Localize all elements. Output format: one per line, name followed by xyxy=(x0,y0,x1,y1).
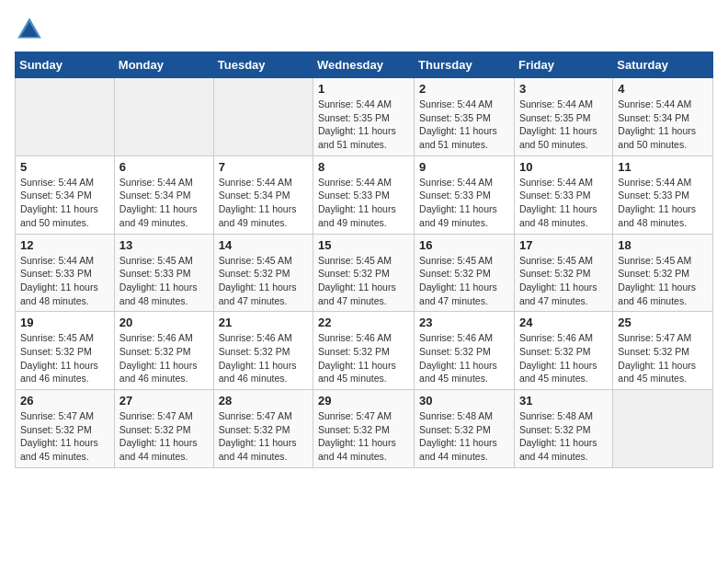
day-info: Sunrise: 5:44 AMSunset: 5:34 PMDaylight:… xyxy=(219,176,308,230)
day-number: 10 xyxy=(519,160,608,174)
calendar-cell: 17Sunrise: 5:45 AMSunset: 5:32 PMDayligh… xyxy=(514,234,612,312)
calendar-cell xyxy=(16,78,115,156)
day-info: Sunrise: 5:45 AMSunset: 5:33 PMDaylight:… xyxy=(119,254,209,308)
day-info: Sunrise: 5:44 AMSunset: 5:35 PMDaylight:… xyxy=(419,98,509,152)
calendar-cell: 2Sunrise: 5:44 AMSunset: 5:35 PMDaylight… xyxy=(415,78,515,156)
logo-icon xyxy=(15,15,44,44)
calendar-cell: 27Sunrise: 5:47 AMSunset: 5:32 PMDayligh… xyxy=(114,390,213,468)
day-number: 17 xyxy=(519,238,608,252)
day-number: 12 xyxy=(20,238,109,252)
day-info: Sunrise: 5:44 AMSunset: 5:34 PMDaylight:… xyxy=(119,176,209,230)
calendar-cell: 20Sunrise: 5:46 AMSunset: 5:32 PMDayligh… xyxy=(114,312,213,390)
calendar-cell: 24Sunrise: 5:46 AMSunset: 5:32 PMDayligh… xyxy=(514,312,612,390)
day-info: Sunrise: 5:46 AMSunset: 5:32 PMDaylight:… xyxy=(419,331,509,385)
day-info: Sunrise: 5:46 AMSunset: 5:32 PMDaylight:… xyxy=(119,331,209,385)
calendar-cell xyxy=(114,78,213,156)
calendar-cell xyxy=(213,78,313,156)
day-number: 26 xyxy=(20,394,109,408)
day-number: 29 xyxy=(318,394,409,408)
calendar-cell: 30Sunrise: 5:48 AMSunset: 5:32 PMDayligh… xyxy=(415,390,515,468)
day-info: Sunrise: 5:44 AMSunset: 5:35 PMDaylight:… xyxy=(318,98,409,152)
day-info: Sunrise: 5:47 AMSunset: 5:32 PMDaylight:… xyxy=(219,409,308,464)
day-number: 25 xyxy=(618,316,708,329)
weekday-header-saturday: Saturday xyxy=(613,52,713,78)
logo xyxy=(15,15,48,44)
day-number: 6 xyxy=(119,160,209,174)
day-info: Sunrise: 5:47 AMSunset: 5:32 PMDaylight:… xyxy=(618,331,708,385)
calendar-cell: 8Sunrise: 5:44 AMSunset: 5:33 PMDaylight… xyxy=(313,155,415,234)
calendar-cell: 26Sunrise: 5:47 AMSunset: 5:32 PMDayligh… xyxy=(16,390,115,468)
day-info: Sunrise: 5:45 AMSunset: 5:32 PMDaylight:… xyxy=(318,254,409,308)
calendar-table: SundayMondayTuesdayWednesdayThursdayFrid… xyxy=(15,52,713,468)
day-info: Sunrise: 5:45 AMSunset: 5:32 PMDaylight:… xyxy=(219,254,308,308)
day-number: 27 xyxy=(119,394,209,408)
weekday-header-row: SundayMondayTuesdayWednesdayThursdayFrid… xyxy=(16,52,713,78)
day-info: Sunrise: 5:45 AMSunset: 5:32 PMDaylight:… xyxy=(519,254,608,308)
day-number: 23 xyxy=(419,316,509,329)
calendar-cell: 4Sunrise: 5:44 AMSunset: 5:34 PMDaylight… xyxy=(613,78,713,156)
day-info: Sunrise: 5:44 AMSunset: 5:33 PMDaylight:… xyxy=(20,254,109,308)
weekday-header-tuesday: Tuesday xyxy=(213,52,313,78)
day-info: Sunrise: 5:46 AMSunset: 5:32 PMDaylight:… xyxy=(519,331,608,385)
weekday-header-friday: Friday xyxy=(514,52,612,78)
day-info: Sunrise: 5:45 AMSunset: 5:32 PMDaylight:… xyxy=(618,254,708,308)
calendar-cell: 13Sunrise: 5:45 AMSunset: 5:33 PMDayligh… xyxy=(114,234,213,312)
calendar-cell: 11Sunrise: 5:44 AMSunset: 5:33 PMDayligh… xyxy=(613,155,713,234)
day-number: 16 xyxy=(419,238,509,252)
calendar-cell: 14Sunrise: 5:45 AMSunset: 5:32 PMDayligh… xyxy=(213,234,313,312)
weekday-header-monday: Monday xyxy=(114,52,213,78)
calendar-cell: 12Sunrise: 5:44 AMSunset: 5:33 PMDayligh… xyxy=(16,234,115,312)
day-number: 31 xyxy=(519,394,608,408)
day-info: Sunrise: 5:45 AMSunset: 5:32 PMDaylight:… xyxy=(419,254,509,308)
day-number: 8 xyxy=(318,160,409,174)
calendar-cell: 29Sunrise: 5:47 AMSunset: 5:32 PMDayligh… xyxy=(313,390,415,468)
calendar-cell: 7Sunrise: 5:44 AMSunset: 5:34 PMDaylight… xyxy=(213,155,313,234)
day-info: Sunrise: 5:44 AMSunset: 5:33 PMDaylight:… xyxy=(618,176,708,230)
calendar-week-row: 26Sunrise: 5:47 AMSunset: 5:32 PMDayligh… xyxy=(16,390,713,468)
day-info: Sunrise: 5:44 AMSunset: 5:33 PMDaylight:… xyxy=(318,176,409,230)
day-number: 2 xyxy=(419,82,509,96)
day-number: 22 xyxy=(318,316,409,329)
day-number: 30 xyxy=(419,394,509,408)
calendar-cell: 22Sunrise: 5:46 AMSunset: 5:32 PMDayligh… xyxy=(313,312,415,390)
day-number: 7 xyxy=(219,160,308,174)
day-info: Sunrise: 5:44 AMSunset: 5:34 PMDaylight:… xyxy=(20,176,109,230)
day-number: 13 xyxy=(119,238,209,252)
calendar-week-row: 1Sunrise: 5:44 AMSunset: 5:35 PMDaylight… xyxy=(16,78,713,156)
calendar-week-row: 5Sunrise: 5:44 AMSunset: 5:34 PMDaylight… xyxy=(16,155,713,234)
day-number: 11 xyxy=(618,160,708,174)
day-number: 9 xyxy=(419,160,509,174)
calendar-cell: 31Sunrise: 5:48 AMSunset: 5:32 PMDayligh… xyxy=(514,390,612,468)
weekday-header-sunday: Sunday xyxy=(16,52,115,78)
day-info: Sunrise: 5:47 AMSunset: 5:32 PMDaylight:… xyxy=(20,409,109,464)
day-number: 24 xyxy=(519,316,608,329)
calendar-week-row: 12Sunrise: 5:44 AMSunset: 5:33 PMDayligh… xyxy=(16,234,713,312)
day-number: 19 xyxy=(20,316,109,329)
day-info: Sunrise: 5:44 AMSunset: 5:34 PMDaylight:… xyxy=(618,98,708,152)
page-header xyxy=(15,15,713,44)
day-info: Sunrise: 5:47 AMSunset: 5:32 PMDaylight:… xyxy=(318,409,409,464)
day-number: 3 xyxy=(519,82,608,96)
day-number: 14 xyxy=(219,238,308,252)
calendar-cell: 3Sunrise: 5:44 AMSunset: 5:35 PMDaylight… xyxy=(514,78,612,156)
calendar-cell: 1Sunrise: 5:44 AMSunset: 5:35 PMDaylight… xyxy=(313,78,415,156)
calendar-cell: 9Sunrise: 5:44 AMSunset: 5:33 PMDaylight… xyxy=(415,155,515,234)
day-number: 4 xyxy=(618,82,708,96)
day-info: Sunrise: 5:46 AMSunset: 5:32 PMDaylight:… xyxy=(318,331,409,385)
calendar-cell: 25Sunrise: 5:47 AMSunset: 5:32 PMDayligh… xyxy=(613,312,713,390)
day-info: Sunrise: 5:47 AMSunset: 5:32 PMDaylight:… xyxy=(119,409,209,464)
day-info: Sunrise: 5:48 AMSunset: 5:32 PMDaylight:… xyxy=(419,409,509,464)
calendar-cell: 15Sunrise: 5:45 AMSunset: 5:32 PMDayligh… xyxy=(313,234,415,312)
calendar-cell xyxy=(613,390,713,468)
day-info: Sunrise: 5:44 AMSunset: 5:35 PMDaylight:… xyxy=(519,98,608,152)
calendar-cell: 18Sunrise: 5:45 AMSunset: 5:32 PMDayligh… xyxy=(613,234,713,312)
weekday-header-wednesday: Wednesday xyxy=(313,52,415,78)
day-info: Sunrise: 5:45 AMSunset: 5:32 PMDaylight:… xyxy=(20,331,109,385)
calendar-cell: 5Sunrise: 5:44 AMSunset: 5:34 PMDaylight… xyxy=(16,155,115,234)
calendar-cell: 28Sunrise: 5:47 AMSunset: 5:32 PMDayligh… xyxy=(213,390,313,468)
day-number: 18 xyxy=(618,238,708,252)
day-number: 15 xyxy=(318,238,409,252)
day-number: 28 xyxy=(219,394,308,408)
calendar-week-row: 19Sunrise: 5:45 AMSunset: 5:32 PMDayligh… xyxy=(16,312,713,390)
calendar-cell: 6Sunrise: 5:44 AMSunset: 5:34 PMDaylight… xyxy=(114,155,213,234)
